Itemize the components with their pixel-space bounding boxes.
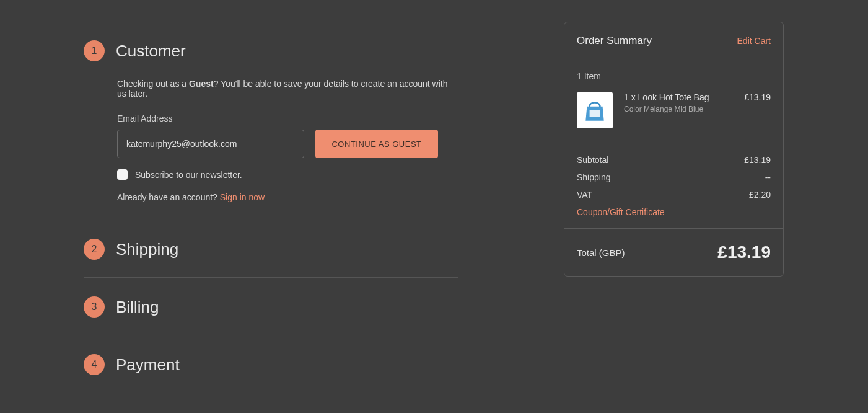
email-label: Email Address: [117, 113, 458, 123]
item-name: 1 x Look Hot Tote Bag: [624, 92, 733, 102]
signin-prompt: Already have an account? Sign in now: [117, 192, 458, 202]
step-customer: 1 Customer Checking out as a Guest? You'…: [84, 22, 458, 220]
step-number-badge: 3: [84, 296, 105, 318]
cart-item: 1 x Look Hot Tote Bag Color Melange Mid …: [577, 92, 771, 128]
guest-bold: Guest: [189, 79, 214, 89]
summary-items: 1 Item 1 x Look Hot Tote Bag Color Melan…: [564, 60, 783, 140]
signin-prefix: Already have an account?: [117, 192, 220, 202]
vat-label: VAT: [577, 190, 592, 200]
step-shipping: 2 Shipping: [84, 220, 458, 277]
step-title: Billing: [116, 298, 159, 317]
vat-row: VAT £2.20: [577, 186, 771, 203]
email-row: CONTINUE AS GUEST: [117, 130, 458, 158]
step-title: Shipping: [116, 240, 178, 259]
step-billing: 3 Billing: [84, 278, 458, 335]
grand-total-value: £13.19: [717, 242, 771, 262]
step-number-badge: 1: [84, 40, 105, 61]
subtotal-label: Subtotal: [577, 155, 608, 165]
item-price: £13.19: [744, 92, 771, 102]
shipping-label: Shipping: [577, 172, 611, 182]
product-thumbnail: [577, 92, 613, 128]
vat-value: £2.20: [749, 190, 771, 200]
step-header-payment: 4 Payment: [84, 335, 458, 375]
newsletter-label: Subscribe to our newsletter.: [135, 170, 242, 180]
summary-totals: Subtotal £13.19 Shipping -- VAT £2.20 Co…: [564, 140, 783, 229]
step-number-badge: 4: [84, 354, 105, 375]
item-meta: 1 x Look Hot Tote Bag Color Melange Mid …: [624, 92, 733, 113]
checkout-steps: 1 Customer Checking out as a Guest? You'…: [84, 22, 458, 393]
step-payment: 4 Payment: [84, 335, 458, 393]
edit-cart-link[interactable]: Edit Cart: [737, 36, 771, 46]
newsletter-row: Subscribe to our newsletter.: [117, 169, 458, 180]
item-variant: Color Melange Mid Blue: [624, 105, 733, 113]
guest-prefix: Checking out as a: [117, 79, 189, 89]
subtotal-row: Subtotal £13.19: [577, 151, 771, 169]
newsletter-checkbox[interactable]: [117, 169, 128, 180]
step-header-shipping: 2 Shipping: [84, 220, 458, 260]
svg-rect-0: [590, 110, 600, 117]
summary-header: Order Summary Edit Cart: [564, 22, 783, 60]
step-number-badge: 2: [84, 239, 105, 260]
step-header-customer: 1 Customer: [84, 22, 458, 61]
customer-body: Checking out as a Guest? You'll be able …: [84, 61, 458, 202]
summary-title: Order Summary: [577, 35, 652, 47]
signin-link[interactable]: Sign in now: [220, 192, 265, 202]
continue-as-guest-button[interactable]: CONTINUE AS GUEST: [315, 130, 438, 158]
guest-checkout-text: Checking out as a Guest? You'll be able …: [117, 79, 458, 99]
step-title: Payment: [116, 355, 180, 375]
coupon-link[interactable]: Coupon/Gift Certificate: [577, 203, 771, 217]
email-field[interactable]: [117, 130, 304, 158]
item-count: 1 Item: [577, 71, 771, 81]
step-header-billing: 3 Billing: [84, 278, 458, 318]
grand-total-label: Total (GBP): [577, 247, 625, 258]
step-title: Customer: [116, 42, 186, 61]
shipping-value: --: [765, 172, 771, 182]
order-summary-panel: Order Summary Edit Cart 1 Item 1 x Look …: [564, 22, 784, 277]
grand-total-row: Total (GBP) £13.19: [564, 229, 783, 276]
subtotal-value: £13.19: [744, 155, 771, 165]
shipping-row: Shipping --: [577, 169, 771, 186]
tote-bag-icon: [582, 97, 608, 123]
order-summary: Order Summary Edit Cart 1 Item 1 x Look …: [564, 22, 784, 277]
